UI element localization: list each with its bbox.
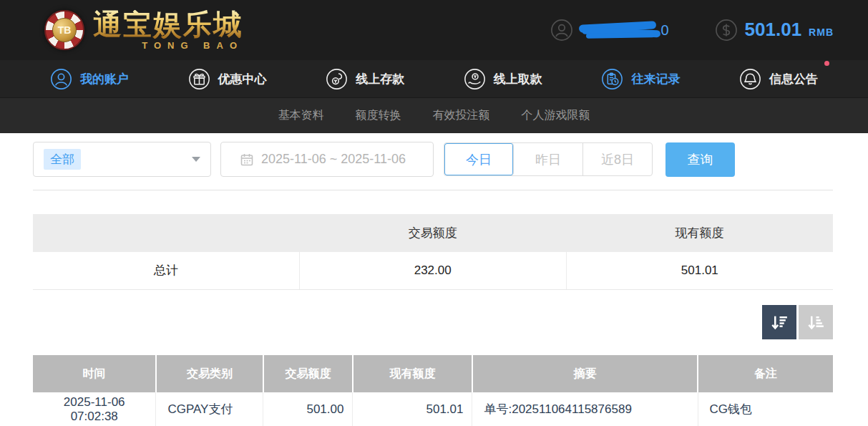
brand-subtitle: TONG BAO <box>93 40 243 51</box>
records-header-remark: 备注 <box>698 355 833 392</box>
sort-descending-icon <box>770 313 789 332</box>
records-header-type: 交易类别 <box>156 355 263 392</box>
date-range-input[interactable]: 2025-11-06 ~ 2025-11-06 <box>220 142 434 177</box>
balance-currency: RMB <box>809 26 834 38</box>
nav-item-withdraw[interactable]: 线上取款 <box>464 68 542 90</box>
main-nav: 我的账户 优惠中心 <box>0 60 868 98</box>
records-header-time: 时间 <box>33 355 156 392</box>
calendar-icon <box>240 153 254 167</box>
records-table: 时间 交易类别 交易额度 现有额度 摘要 备注 2025-11-06 07:02… <box>33 355 833 426</box>
quick-range-group: 今日 昨日 近8日 <box>444 142 653 176</box>
chip-monogram: TB <box>52 18 77 42</box>
date-range-value: 2025-11-06 ~ 2025-11-06 <box>261 152 406 167</box>
user-circle-icon <box>50 68 72 90</box>
sort-descending-button[interactable] <box>762 305 796 339</box>
chevron-down-icon <box>192 157 200 162</box>
brand-text: 通宝娱乐城 TONG BAO <box>93 10 243 51</box>
summary-header-row: 交易额度 现有额度 <box>33 214 833 252</box>
record-summary: 单号:202511064115876589 <box>472 392 698 426</box>
records-header-current-balance: 现有额度 <box>353 355 472 392</box>
nav-label: 往来记录 <box>631 71 680 87</box>
sort-controls <box>762 305 833 339</box>
nav-item-deposit[interactable]: 线上存款 <box>326 68 404 90</box>
summary-header-empty <box>33 214 299 252</box>
summary-total-row: 总计 232.00 501.01 <box>33 252 833 289</box>
user-account[interactable]: 0 <box>550 19 668 42</box>
sort-ascending-icon <box>806 313 826 332</box>
nav-item-announcements[interactable]: 信息公告 <box>739 68 818 90</box>
brand-logo[interactable]: TB 通宝娱乐城 TONG BAO <box>44 10 243 51</box>
username-visible-suffix: 0 <box>660 22 668 39</box>
divider <box>33 190 833 190</box>
summary-header-current-balance: 现有额度 <box>566 214 833 252</box>
subnav-item-valid-bets[interactable]: 有效投注额 <box>433 108 490 123</box>
page: TB 通宝娱乐城 TONG BAO 0 <box>0 0 868 426</box>
subnav-item-personal-game-limit[interactable]: 个人游戏限额 <box>522 108 590 123</box>
subnav-item-basic-info[interactable]: 基本资料 <box>278 108 324 123</box>
quick-range-today[interactable]: 今日 <box>444 143 514 175</box>
nav-label: 线上存款 <box>356 71 404 87</box>
sort-ascending-button[interactable] <box>799 305 833 339</box>
nav-label: 线上取款 <box>494 71 542 87</box>
balance-amount: 501.01 <box>745 19 802 41</box>
header: TB 通宝娱乐城 TONG BAO 0 <box>0 0 868 60</box>
withdraw-hand-coin-icon <box>464 68 486 90</box>
quick-range-last-8-days[interactable]: 近8日 <box>583 143 652 175</box>
header-right: 0 501.01 RMB <box>550 19 834 42</box>
record-time: 2025-11-06 07:02:38 <box>33 392 156 426</box>
bell-icon <box>739 68 761 90</box>
brand-title: 通宝娱乐城 <box>93 10 243 39</box>
quick-range-yesterday[interactable]: 昨日 <box>514 143 583 175</box>
records-header-row: 时间 交易类别 交易额度 现有额度 摘要 备注 <box>33 355 833 392</box>
records-header-summary: 摘要 <box>472 355 698 392</box>
nav-item-promotions[interactable]: 优惠中心 <box>188 68 267 90</box>
nav-item-my-account[interactable]: 我的账户 <box>50 68 129 90</box>
selected-option: 全部 <box>44 149 81 170</box>
record-transaction-amount: 501.00 <box>263 392 353 426</box>
records-header-transaction-amount: 交易额度 <box>263 355 353 392</box>
deposit-hand-coin-icon <box>326 68 348 90</box>
summary-total-label: 总计 <box>33 252 299 289</box>
nav-label: 优惠中心 <box>218 71 267 87</box>
summary-table: 交易额度 现有额度 总计 232.00 501.01 <box>33 214 833 290</box>
table-row: 2025-11-06 07:02:38 CGPAY支付 501.00 501.0… <box>33 392 833 426</box>
summary-total-transaction-amount: 232.00 <box>299 252 566 289</box>
casino-chip-logo-icon: TB <box>44 10 84 50</box>
gift-icon <box>188 68 210 90</box>
balance-display[interactable]: 501.01 RMB <box>715 19 834 42</box>
summary-header-transaction-amount: 交易额度 <box>299 214 566 252</box>
record-type: CGPAY支付 <box>156 392 263 426</box>
record-current-balance: 501.01 <box>353 392 472 426</box>
summary-total-current-balance: 501.01 <box>566 252 833 289</box>
nav-label: 我的账户 <box>80 71 129 87</box>
subnav-item-quota-transfer[interactable]: 额度转换 <box>356 108 401 123</box>
redacted-username <box>579 21 659 39</box>
nav-label: 信息公告 <box>769 71 818 87</box>
clipboard-clock-icon <box>601 68 623 90</box>
record-remark: CG钱包 <box>698 392 833 426</box>
dollar-icon <box>715 19 738 42</box>
transaction-type-select[interactable]: 全部 <box>33 142 211 177</box>
sub-nav: 基本资料 额度转换 有效投注额 个人游戏限额 <box>0 98 868 133</box>
notification-dot <box>824 61 829 66</box>
nav-item-transaction-records[interactable]: 往来记录 <box>601 68 680 90</box>
user-icon <box>550 19 573 42</box>
query-button[interactable]: 查询 <box>665 142 735 177</box>
